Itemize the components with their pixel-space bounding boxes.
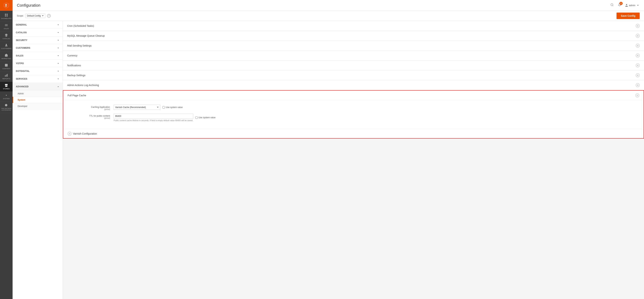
chevron-down-icon: [636, 4, 640, 7]
collapse-icon: ⊕: [636, 73, 640, 77]
nav-header-catalog[interactable]: CATALOG: [12, 29, 63, 36]
page-title: Configuration: [17, 3, 40, 8]
section-currency-header[interactable]: Currency ⊕: [63, 51, 644, 60]
nav-header-yotpo[interactable]: YOTPO: [12, 60, 63, 67]
section-backup-header[interactable]: Backup Settings ⊕: [63, 70, 644, 80]
collapse-icon: ⊕: [636, 44, 640, 48]
caching-application-control: Built-in Cache Varnish Cache (Recommende…: [114, 105, 636, 110]
svg-point-18: [611, 4, 613, 6]
sidebar-item-find[interactable]: FIND PARTNERS & EXTENSIONS: [0, 102, 12, 113]
sidebar-item-label: CATALOG: [2, 38, 10, 40]
sidebar-item-label: DASHBOARD: [1, 18, 11, 20]
collapse-icon: ⊕: [636, 34, 640, 38]
varnish-section[interactable]: ⊖ Varnish Configuration: [63, 129, 644, 138]
nav-header-dotdigital[interactable]: DOTDIGITAL: [12, 68, 63, 75]
save-config-button[interactable]: Save Config: [616, 12, 640, 19]
magento-logo: [0, 0, 12, 11]
chevron-down-icon: [57, 54, 60, 57]
section-notifications: Notifications ⊕: [63, 60, 644, 70]
help-icon[interactable]: ?: [47, 14, 51, 18]
section-mail-header[interactable]: Mail Sending Settings ⊕: [63, 41, 644, 50]
svg-rect-13: [7, 74, 8, 76]
section-admin-actions-header[interactable]: Admin Actions Log Archiving ⊕: [63, 80, 644, 90]
nav-section-general: GENERAL: [12, 21, 63, 29]
nav-section-services: SERVICES: [12, 75, 63, 83]
section-currency: Currency ⊕: [63, 51, 644, 60]
nav-section-customers: CUSTOMERS: [12, 44, 63, 52]
sidebar-item-stores[interactable]: STORES: [0, 82, 12, 92]
content-area: GENERAL CATALOG SECURITY: [12, 21, 644, 299]
marketing-icon: [4, 53, 8, 57]
nav-section-yotpo: YOTPO: [12, 60, 63, 68]
svg-point-16: [5, 104, 7, 106]
section-notifications-header[interactable]: Notifications ⊕: [63, 60, 644, 70]
search-button[interactable]: [610, 2, 614, 8]
sidebar-item-reports[interactable]: REPORTS: [0, 72, 12, 82]
ttl-hint: Public content cache lifetime in seconds…: [114, 119, 193, 122]
sidebar-item-marketing[interactable]: MARKETING: [0, 52, 12, 62]
svg-rect-6: [5, 26, 8, 26]
sidebar-item-customers[interactable]: CUSTOMERS: [0, 42, 12, 52]
sidebar-item-label: SALES: [4, 28, 9, 30]
nav-header-security[interactable]: SECURITY: [12, 36, 63, 44]
ttl-input[interactable]: [114, 114, 193, 118]
sidebar-item-label: CUSTOMERS: [1, 48, 11, 50]
nav-sub-item-developer[interactable]: Developer: [12, 103, 63, 109]
sidebar-item-catalog[interactable]: CATALOG: [0, 32, 12, 42]
config-nav: GENERAL CATALOG SECURITY: [12, 21, 63, 299]
ttl-control: Public content cache lifetime in seconds…: [114, 114, 636, 122]
admin-menu[interactable]: admin: [625, 4, 640, 7]
nav-header-advanced[interactable]: ADVANCED: [12, 83, 63, 90]
chevron-down-icon: [57, 24, 60, 26]
use-system-value-ttl-checkbox[interactable]: [195, 116, 198, 119]
use-system-value-caching[interactable]: Use system value: [162, 106, 183, 108]
caching-application-select[interactable]: Built-in Cache Varnish Cache (Recommende…: [114, 105, 160, 110]
nav-header-sales[interactable]: SALES: [12, 52, 63, 60]
collapse-icon: ⊕: [636, 83, 640, 87]
svg-rect-5: [5, 25, 8, 25]
search-icon: [610, 3, 614, 6]
scope-select[interactable]: Default Config: [25, 14, 45, 18]
sidebar-item-label: CONTENT: [2, 68, 10, 70]
nav-sub-item-admin[interactable]: Admin: [12, 90, 63, 97]
section-full-page-cache: Full Page Cache ⊖ Caching Application [g…: [63, 90, 644, 138]
find-icon: [4, 104, 8, 107]
customers-icon: [4, 43, 8, 47]
caching-application-row: Caching Application [global] Built-in Ca…: [70, 105, 636, 110]
nav-header-customers[interactable]: CUSTOMERS: [12, 44, 63, 52]
nav-section-security: SECURITY: [12, 36, 63, 44]
sales-icon: [4, 23, 8, 27]
chevron-down-icon: [57, 31, 60, 34]
sidebar-item-label: FIND PARTNERS & EXTENSIONS: [1, 108, 12, 111]
nav-section-sales: SALES: [12, 52, 63, 60]
topbar: Configuration 38 admin: [12, 0, 644, 11]
notifications-button[interactable]: 38: [617, 2, 622, 8]
svg-rect-4: [5, 24, 8, 24]
scope-label: Scope:: [17, 14, 24, 17]
use-system-value-caching-checkbox[interactable]: [162, 106, 165, 108]
section-full-page-cache-header[interactable]: Full Page Cache ⊖: [63, 90, 644, 100]
section-admin-actions: Admin Actions Log Archiving ⊕: [63, 80, 644, 90]
use-system-value-ttl[interactable]: Use system value: [195, 116, 216, 119]
svg-line-17: [7, 106, 8, 107]
section-cron: Cron (Scheduled Tasks) ⊕: [63, 21, 644, 31]
collapse-icon: ⊕: [636, 24, 640, 28]
sidebar-item-sales[interactable]: SALES: [0, 22, 12, 32]
dashboard-icon: [4, 13, 8, 17]
svg-rect-2: [5, 16, 6, 16]
sidebar-item-label: REPORTS: [2, 78, 10, 80]
caching-application-label: Caching Application [global]: [70, 105, 114, 110]
sidebar-item-content[interactable]: CONTENT: [0, 62, 12, 72]
section-mysql-header[interactable]: MySQL Message Queue Cleanup ⊕: [63, 31, 644, 40]
nav-header-general[interactable]: GENERAL: [12, 21, 63, 28]
svg-rect-3: [7, 16, 8, 16]
scopebar: Scope: Default Config ? Save Config: [12, 11, 644, 21]
chevron-down-icon: [57, 47, 60, 49]
sidebar-item-dashboard[interactable]: DASHBOARD: [0, 12, 12, 22]
varnish-collapse-icon: ⊖: [68, 132, 72, 136]
nav-header-services[interactable]: SERVICES: [12, 75, 63, 83]
nav-sub-item-system[interactable]: System: [12, 97, 63, 103]
notification-badge: 38: [620, 2, 622, 5]
section-cron-header[interactable]: Cron (Scheduled Tasks) ⊕: [63, 21, 644, 31]
sidebar-item-system[interactable]: SYSTEM: [0, 92, 12, 102]
